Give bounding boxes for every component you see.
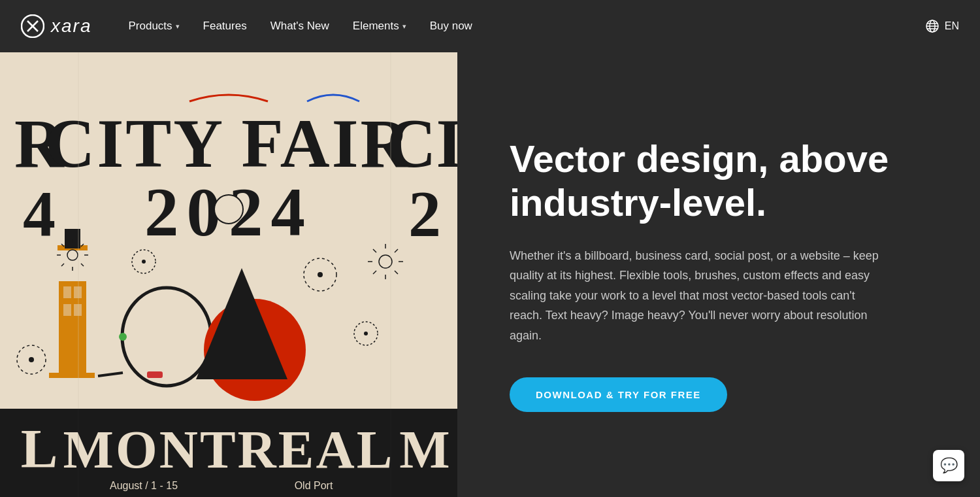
nav-item-elements[interactable]: Elements ▾ xyxy=(342,14,417,38)
nav-item-features[interactable]: Features xyxy=(193,14,257,38)
svg-text:MONTREAL: MONTREAL xyxy=(63,420,395,479)
navbar: xara Products ▾ Features What's New Elem… xyxy=(0,0,980,52)
language-label[interactable]: EN xyxy=(945,20,959,32)
nav-links: Products ▾ Features What's New Elements … xyxy=(118,14,919,38)
svg-rect-18 xyxy=(59,281,86,376)
hero-title: Vector design, above industry-level. xyxy=(510,137,928,224)
nav-item-buy-now[interactable]: Buy now xyxy=(419,14,483,38)
svg-point-17 xyxy=(220,200,238,218)
poster-svg: R CITY FAIR CI 4 2024 2 xyxy=(0,52,457,497)
buy-now-label: Buy now xyxy=(430,20,472,33)
logo-text: xara xyxy=(51,16,91,37)
cta-button-label: DOWNLOAD & TRY FOR FREE xyxy=(536,389,701,400)
hero-description: Whether it's a billboard, business card,… xyxy=(510,246,889,346)
svg-point-56 xyxy=(119,333,127,341)
svg-point-36 xyxy=(29,357,34,362)
svg-point-42 xyxy=(364,332,368,335)
globe-icon xyxy=(925,19,939,33)
elements-chevron-icon: ▾ xyxy=(402,22,406,31)
cta-button[interactable]: DOWNLOAD & TRY FOR FREE xyxy=(510,377,727,412)
features-label: Features xyxy=(203,20,247,33)
nav-item-whats-new[interactable]: What's New xyxy=(260,14,340,38)
nav-right: EN xyxy=(925,19,959,33)
whats-new-label: What's New xyxy=(270,20,329,33)
xara-logo-icon xyxy=(21,14,44,38)
nav-item-products[interactable]: Products ▾ xyxy=(118,14,189,38)
logo-area[interactable]: xara xyxy=(21,14,91,38)
svg-rect-55 xyxy=(147,371,163,378)
svg-text:CITY FAIR: CITY FAIR xyxy=(46,105,412,182)
right-content: Vector design, above industry-level. Whe… xyxy=(457,52,980,497)
svg-point-26 xyxy=(67,250,78,260)
svg-rect-25 xyxy=(49,373,95,378)
svg-text:L: L xyxy=(21,418,58,479)
chat-icon: 💬 xyxy=(940,457,958,474)
svg-rect-22 xyxy=(74,286,82,298)
svg-text:2: 2 xyxy=(408,177,441,250)
hero-image-area: R CITY FAIR CI 4 2024 2 xyxy=(0,52,457,497)
svg-text:4: 4 xyxy=(23,177,56,250)
svg-rect-20 xyxy=(65,229,80,248)
svg-point-40 xyxy=(318,272,323,277)
products-chevron-icon: ▾ xyxy=(176,22,180,31)
elements-label: Elements xyxy=(353,20,399,33)
svg-point-43 xyxy=(379,255,392,268)
svg-rect-21 xyxy=(63,286,71,298)
products-label: Products xyxy=(128,20,172,33)
svg-point-38 xyxy=(142,260,146,264)
svg-text:CI: CI xyxy=(387,105,457,182)
svg-rect-24 xyxy=(74,304,82,316)
svg-rect-23 xyxy=(63,304,71,316)
svg-text:August / 1 - 15: August / 1 - 15 xyxy=(110,480,178,491)
main-content: R CITY FAIR CI 4 2024 2 xyxy=(0,52,980,497)
chat-widget[interactable]: 💬 xyxy=(933,450,964,481)
svg-text:Old Port: Old Port xyxy=(295,480,333,491)
svg-text:M: M xyxy=(399,420,449,479)
